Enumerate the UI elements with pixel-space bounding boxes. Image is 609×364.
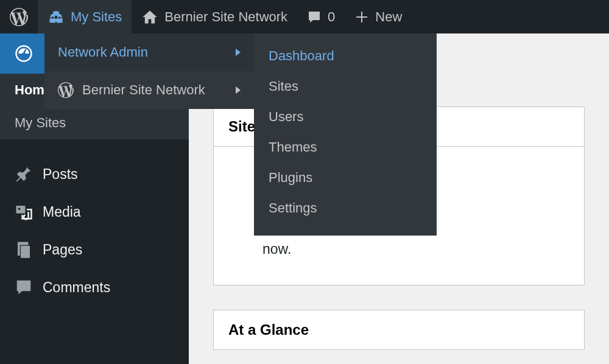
flyout-site-label: Bernier Site Network	[82, 82, 205, 98]
svg-rect-0	[50, 18, 55, 23]
comments-count: 0	[328, 9, 335, 25]
comments-menu[interactable]: 0	[297, 0, 345, 33]
dashboard-icon	[15, 44, 33, 63]
flyout-network-admin[interactable]: Network Admin	[44, 33, 254, 71]
home-icon	[141, 9, 158, 26]
site-name-menu[interactable]: Bernier Site Network	[132, 0, 297, 33]
plus-icon	[354, 10, 369, 24]
submenu-sites[interactable]: Sites	[254, 71, 437, 102]
sidebar-separator	[0, 139, 189, 155]
chevron-right-icon	[236, 86, 241, 94]
sidebar-posts-label: Posts	[43, 166, 78, 183]
sidebar-posts[interactable]: Posts	[0, 155, 189, 193]
svg-rect-6	[16, 206, 26, 214]
flyout-site[interactable]: Bernier Site Network	[44, 71, 254, 109]
pushpin-icon	[15, 165, 33, 183]
multisite-icon	[48, 9, 65, 26]
submenu-dashboard[interactable]: Dashboard	[254, 41, 437, 71]
my-sites-menu[interactable]: My Sites	[38, 0, 132, 33]
wp-logo-menu[interactable]	[0, 0, 38, 33]
svg-rect-1	[57, 18, 62, 23]
sidebar-comments[interactable]: Comments	[0, 268, 189, 306]
at-a-glance-widget: At a Glance	[213, 310, 585, 350]
media-icon	[15, 203, 33, 221]
my-sites-label: My Sites	[71, 9, 122, 25]
mysites-flyout: Network Admin Bernier Site Network	[44, 33, 254, 109]
submenu-themes[interactable]: Themes	[254, 132, 437, 163]
sidebar-pages-label: Pages	[43, 242, 82, 258]
sidebar-comments-label: Comments	[43, 279, 110, 296]
svg-rect-2	[53, 11, 58, 15]
svg-rect-10	[21, 246, 30, 258]
wordpress-logo-icon	[10, 8, 28, 26]
sidebar-pages[interactable]: Pages	[0, 231, 189, 268]
submenu-settings[interactable]: Settings	[254, 193, 437, 223]
submenu-users[interactable]: Users	[254, 102, 437, 132]
comments-icon	[15, 278, 33, 296]
site-health-text-3: now.	[262, 241, 291, 257]
at-a-glance-title: At a Glance	[214, 310, 584, 349]
sidebar-media-label: Media	[43, 204, 81, 220]
site-name-label: Bernier Site Network	[164, 9, 287, 25]
chevron-right-icon	[236, 49, 241, 56]
flyout-network-admin-label: Network Admin	[58, 44, 148, 60]
comment-icon	[307, 10, 322, 24]
new-label: New	[375, 9, 402, 25]
svg-point-7	[18, 208, 21, 210]
wordpress-logo-icon	[58, 82, 74, 98]
admin-bar: My Sites Bernier Site Network 0 New	[0, 0, 609, 33]
pages-icon	[15, 240, 33, 259]
network-admin-submenu: Dashboard Sites Users Themes Plugins Set…	[254, 33, 437, 236]
sidebar-media[interactable]: Media	[0, 193, 189, 231]
submenu-plugins[interactable]: Plugins	[254, 163, 437, 193]
sidebar-sub-mysites[interactable]: My Sites	[0, 107, 189, 139]
new-content-menu[interactable]: New	[345, 0, 412, 33]
